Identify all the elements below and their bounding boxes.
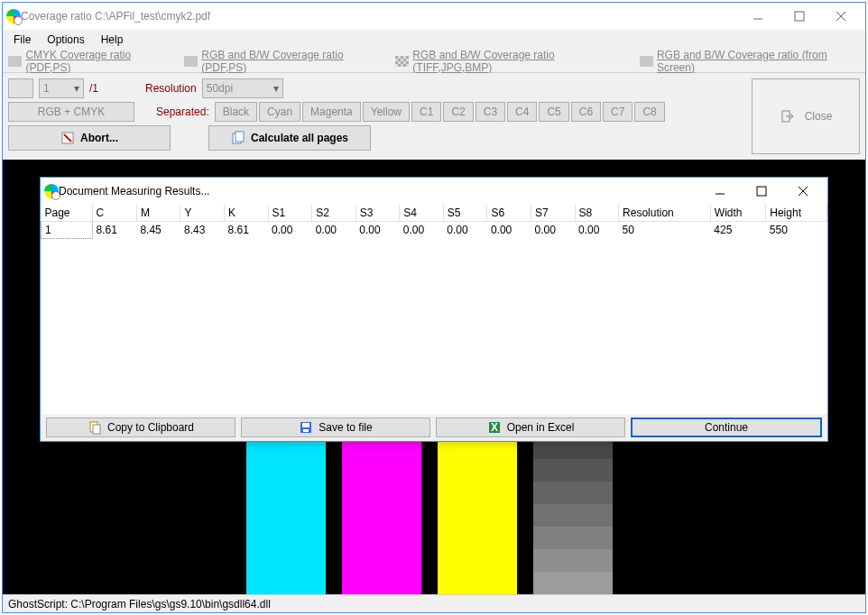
dialog-titlebar: Document Measuring Results... <box>41 178 827 205</box>
minimize-button[interactable] <box>737 3 779 30</box>
maximize-button[interactable] <box>779 3 820 30</box>
table-row[interactable]: 18.618.458.438.610.000.000.000.000.000.0… <box>42 222 827 239</box>
channel-c6-button[interactable]: C6 <box>571 102 601 122</box>
rgb-cmyk-button[interactable]: RGB + CMYK <box>8 102 134 122</box>
channel-c3-button[interactable]: C3 <box>476 102 505 122</box>
table-cell: 50 <box>619 222 711 239</box>
column-header[interactable]: S1 <box>268 205 312 222</box>
table-cell: 0.00 <box>400 222 444 239</box>
pages-icon <box>231 131 245 145</box>
svg-rect-16 <box>302 423 309 427</box>
channel-magenta-button[interactable]: Magenta <box>302 102 361 122</box>
resolution-value: 50dpi <box>207 82 233 95</box>
channel-c1-button[interactable]: C1 <box>411 102 441 122</box>
svg-rect-10 <box>757 187 766 196</box>
menu-options[interactable]: Options <box>40 32 91 48</box>
column-header[interactable]: S3 <box>356 205 400 222</box>
main-titlebar: Coverage ratio C:\APFil_test\cmyk2.pdf <box>3 3 865 30</box>
channel-c8-button[interactable]: C8 <box>634 102 664 122</box>
results-table-wrap[interactable]: PageCMYKS1S2S3S4S5S6S7S8ResolutionWidthH… <box>41 205 827 414</box>
close-label: Close <box>805 110 833 123</box>
window-title: Coverage ratio C:\APFil_test\cmyk2.pdf <box>21 10 737 23</box>
dialog-close-button[interactable] <box>782 178 824 205</box>
app-icon <box>44 184 59 198</box>
dialog-minimize-button[interactable] <box>699 178 741 205</box>
resolution-label: Resolution <box>145 82 197 95</box>
resolution-select[interactable]: 50dpi▾ <box>202 78 283 98</box>
tab-rgb-pdf[interactable]: RGB and B/W Coverage ratio (PDF,PS) <box>184 49 384 74</box>
page-total: /1 <box>89 82 98 95</box>
exit-icon <box>780 109 794 124</box>
nav-first-button[interactable] <box>8 78 33 98</box>
table-cell: 8.45 <box>136 222 180 239</box>
column-header[interactable]: K <box>225 205 269 222</box>
chevron-down-icon: ▾ <box>273 82 279 95</box>
tab-rgb-screen[interactable]: RGB and B/W Coverage ratio (from Screen) <box>640 49 861 74</box>
continue-button[interactable]: Continue <box>631 418 822 437</box>
tab-label: CMYK Coverage ratio (PDF,PS) <box>25 49 173 74</box>
swatch-icon <box>8 56 22 67</box>
column-header[interactable]: M <box>136 205 180 222</box>
column-header[interactable]: S2 <box>312 205 356 222</box>
swatch-icon <box>184 56 198 67</box>
menu-file[interactable]: File <box>6 32 38 48</box>
channel-buttons: BlackCyanMagentaYellowC1C2C3C4C5C6C7C8 <box>215 102 665 122</box>
column-header[interactable]: S8 <box>575 205 619 222</box>
results-dialog: Document Measuring Results... PageCMYKS1… <box>40 177 828 442</box>
dialog-maximize-button[interactable] <box>741 178 782 205</box>
stop-icon <box>60 131 75 145</box>
table-cell: 550 <box>766 222 827 239</box>
column-header[interactable]: S4 <box>400 205 444 222</box>
separated-label: Separated: <box>156 106 209 118</box>
dialog-body: PageCMYKS1S2S3S4S5S6S7S8ResolutionWidthH… <box>41 205 827 441</box>
mode-tabs: CMYK Coverage ratio (PDF,PS) RGB and B/W… <box>3 50 865 73</box>
abort-label: Abort... <box>80 132 118 144</box>
table-cell: 0.00 <box>312 222 356 239</box>
monitor-icon <box>640 56 653 67</box>
save-label: Save to file <box>319 421 372 434</box>
open-excel-button[interactable]: X Open in Excel <box>436 418 625 437</box>
svg-rect-7 <box>235 132 244 142</box>
channel-c7-button[interactable]: C7 <box>603 102 633 122</box>
column-header[interactable]: S6 <box>487 205 531 222</box>
results-table: PageCMYKS1S2S3S4S5S6S7S8ResolutionWidthH… <box>41 205 827 239</box>
close-app-button[interactable]: Close <box>753 93 859 140</box>
copy-clipboard-button[interactable]: Copy to Clipboard <box>46 418 235 437</box>
column-header[interactable]: Page <box>42 205 93 222</box>
excel-label: Open in Excel <box>507 421 575 434</box>
status-text: GhostScript: C:\Program Files\gs\gs9.10\… <box>8 598 271 610</box>
close-button[interactable] <box>820 3 862 30</box>
chevron-down-icon: ▾ <box>74 82 79 95</box>
channel-c4-button[interactable]: C4 <box>507 102 537 122</box>
channel-black-button[interactable]: Black <box>215 102 257 122</box>
channel-c5-button[interactable]: C5 <box>539 102 568 122</box>
menu-help[interactable]: Help <box>94 32 131 48</box>
column-header[interactable]: Height <box>766 205 827 222</box>
table-header-row: PageCMYKS1S2S3S4S5S6S7S8ResolutionWidthH… <box>42 205 827 222</box>
page-select[interactable]: 1▾ <box>39 78 84 98</box>
save-file-button[interactable]: Save to file <box>241 418 430 437</box>
table-cell: 0.00 <box>268 222 312 239</box>
channel-yellow-button[interactable]: Yellow <box>363 102 410 122</box>
table-body: 18.618.458.438.610.000.000.000.000.000.0… <box>42 222 827 239</box>
tab-rgb-tiff[interactable]: RGB and B/W Coverage ratio (TIFF,JPG,BMP… <box>395 49 629 74</box>
tab-label: RGB and B/W Coverage ratio (PDF,PS) <box>201 49 384 74</box>
column-header[interactable]: Y <box>180 205 225 222</box>
menubar: File Options Help <box>3 30 865 50</box>
channel-c2-button[interactable]: C2 <box>443 102 473 122</box>
dialog-title: Document Measuring Results... <box>59 185 699 197</box>
app-icon <box>6 9 21 23</box>
column-header[interactable]: C <box>92 205 136 222</box>
column-header[interactable]: S7 <box>531 205 575 222</box>
column-header[interactable]: Width <box>710 205 765 222</box>
excel-icon: X <box>487 420 502 435</box>
abort-button[interactable]: Abort... <box>8 125 171 151</box>
column-header[interactable]: S5 <box>443 205 487 222</box>
svg-text:X: X <box>491 421 498 434</box>
tab-cmyk[interactable]: CMYK Coverage ratio (PDF,PS) <box>8 49 173 74</box>
table-cell: 8.61 <box>92 222 136 239</box>
calculate-button[interactable]: Calculate all pages <box>208 125 371 151</box>
channel-cyan-button[interactable]: Cyan <box>259 102 300 122</box>
column-header[interactable]: Resolution <box>619 205 711 222</box>
dialog-buttons: Copy to Clipboard Save to file X Open in… <box>41 414 827 441</box>
